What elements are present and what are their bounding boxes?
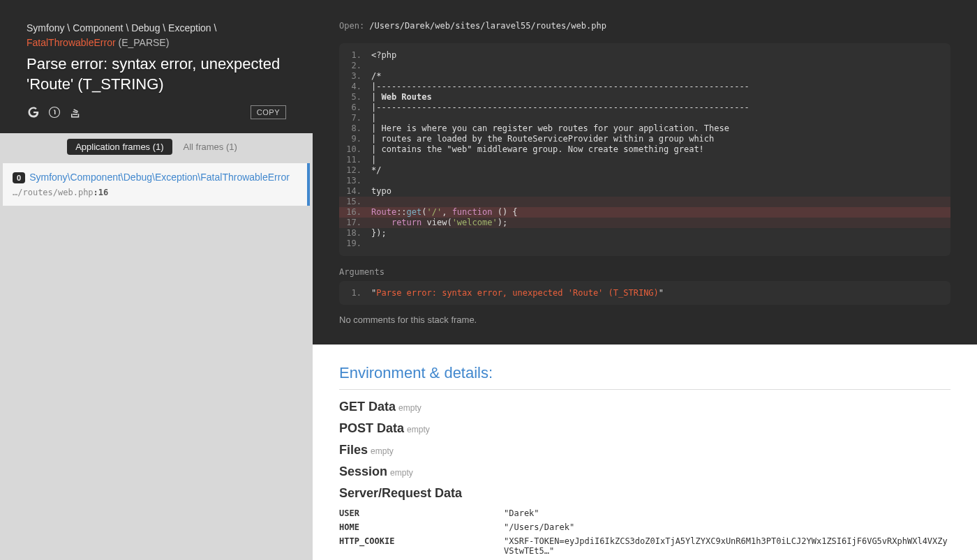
code-line: 19. — [339, 239, 950, 249]
kv-key: USER — [339, 508, 504, 518]
open-label: Open: — [339, 21, 364, 31]
code-content — [367, 176, 950, 186]
code-content: return view('welcome'); — [367, 218, 950, 228]
tab-application-frames[interactable]: Application frames (1) — [67, 139, 172, 155]
stack-frame[interactable]: 0Symfony\Component\Debug\Exception\Fatal… — [3, 163, 310, 206]
kv-row: HTTP_COOKIE"XSRF-TOKEN=eyJpdiI6IkZCS3doZ… — [339, 534, 950, 558]
line-number: 6. — [339, 103, 367, 113]
line-number: 17. — [339, 218, 367, 228]
google-icon[interactable] — [27, 105, 40, 119]
detail-group: Server/Request DataUSER"Darek"HOME"/User… — [339, 486, 950, 560]
code-content: typo — [367, 186, 950, 197]
line-number: 1. — [339, 50, 367, 61]
line-number: 3. — [339, 71, 367, 82]
code-line: 12.*/ — [339, 165, 950, 176]
code-line: 9.| routes are loaded by the RouteServic… — [339, 134, 950, 144]
code-content: Route::get('/', function () { — [367, 207, 950, 218]
arguments-block: 1."Parse error: syntax error, unexpected… — [339, 281, 950, 305]
duckduckgo-icon[interactable] — [47, 105, 61, 119]
empty-tag: empty — [398, 403, 422, 413]
line-number: 4. — [339, 82, 367, 92]
exception-header: Symfony \ Component \ Debug \ Exception … — [0, 0, 313, 133]
detail-group: POST Dataempty — [339, 421, 950, 436]
line-number: 9. — [339, 134, 367, 144]
kv-key: HTTP_COOKIE — [339, 536, 504, 556]
open-file-line: Open: /Users/Darek/web/sites/laravel55/r… — [313, 0, 977, 38]
frame-tabs: Application frames (1) All frames (1) — [0, 133, 313, 160]
code-line: 1.<?php — [339, 50, 950, 61]
line-number: 18. — [339, 228, 367, 239]
line-number: 5. — [339, 92, 367, 103]
code-line: 5.| Web Routes — [339, 92, 950, 103]
frame-index-badge: 0 — [13, 172, 25, 183]
kv-row: USER"Darek" — [339, 506, 950, 520]
code-line: 4.|-------------------------------------… — [339, 82, 950, 92]
sidebar: Symfony \ Component \ Debug \ Exception … — [0, 0, 313, 560]
code-content: /* — [367, 71, 950, 82]
line-number: 16. — [339, 207, 367, 218]
tab-all-frames[interactable]: All frames (1) — [175, 139, 246, 155]
detail-group: GET Dataempty — [339, 400, 950, 414]
frame-class: Symfony\Component\Debug\Exception\FatalT… — [29, 172, 290, 183]
detail-group-title: Server/Request Data — [339, 486, 462, 500]
code-content: |---------------------------------------… — [367, 103, 950, 113]
code-line: 2. — [339, 61, 950, 71]
code-line: 7.| — [339, 113, 950, 123]
code-line: 16.Route::get('/', function () { — [339, 207, 950, 218]
empty-tag: empty — [371, 446, 394, 456]
kv-value: "/Users/Darek" — [504, 522, 574, 532]
code-content: | Web Routes — [367, 92, 950, 103]
line-number: 15. — [339, 197, 367, 207]
frames-list: 0Symfony\Component\Debug\Exception\Fatal… — [0, 160, 313, 206]
code-block: 1.<?php2.3./*4.|------------------------… — [339, 43, 950, 256]
kv-table: USER"Darek"HOME"/Users/Darek"HTTP_COOKIE… — [339, 506, 950, 560]
exception-code: (E_PARSE) — [119, 37, 170, 48]
details-title: Environment & details: — [339, 364, 950, 382]
code-line: 10.| contains the "web" middleware group… — [339, 144, 950, 155]
argument-line: 1."Parse error: syntax error, unexpected… — [339, 288, 950, 298]
kv-value: "XSRF-TOKEN=eyJpdiI6IkZCS3doZ0IxTjA5YlZY… — [504, 536, 950, 556]
code-content: | contains the "web" middleware group. N… — [367, 144, 950, 155]
copy-button[interactable]: COPY — [251, 105, 286, 119]
code-content: */ — [367, 165, 950, 176]
line-number: 11. — [339, 155, 367, 165]
code-line: 13. — [339, 176, 950, 186]
kv-key: HOME — [339, 522, 504, 532]
detail-group-title: GET Data — [339, 400, 396, 414]
kv-value: "Darek" — [504, 508, 539, 518]
breadcrumb: Symfony \ Component \ Debug \ Exception … — [27, 21, 286, 50]
line-number: 12. — [339, 165, 367, 176]
line-number: 14. — [339, 186, 367, 197]
code-content — [367, 239, 950, 249]
empty-tag: empty — [407, 425, 430, 434]
code-content: | — [367, 113, 950, 123]
code-line: 6.|-------------------------------------… — [339, 103, 950, 113]
code-line: 3./* — [339, 71, 950, 82]
code-content: | Here is where you can register web rou… — [367, 123, 950, 134]
frame-file: …/routes/web.php:16 — [13, 188, 297, 197]
open-path: /Users/Darek/web/sites/laravel55/routes/… — [369, 21, 606, 31]
code-content — [367, 197, 950, 207]
code-line: 18.}); — [339, 228, 950, 239]
arguments-label: Arguments — [313, 256, 977, 281]
exception-class: FatalThrowableError — [27, 37, 116, 48]
code-line: 17. return view('welcome'); — [339, 218, 950, 228]
detail-group-title: POST Data — [339, 421, 404, 435]
line-number: 2. — [339, 61, 367, 71]
line-number: 13. — [339, 176, 367, 186]
divider — [339, 389, 950, 390]
code-content: | — [367, 155, 950, 165]
detail-group-title: Session — [339, 464, 387, 478]
code-line: 15. — [339, 197, 950, 207]
code-content: | routes are loaded by the RouteServiceP… — [367, 134, 950, 144]
no-comments-text: No comments for this stack frame. — [313, 305, 977, 345]
stackoverflow-icon[interactable] — [68, 105, 82, 119]
help-icons-row: COPY — [27, 105, 286, 119]
details-section: Environment & details: GET DataemptyPOST… — [313, 345, 977, 560]
breadcrumb-path: Symfony \ Component \ Debug \ Exception … — [27, 22, 216, 33]
code-line: 8.| Here is where you can register web r… — [339, 123, 950, 134]
detail-group-title: Files — [339, 443, 368, 457]
code-content: <?php — [367, 50, 950, 61]
line-number: 8. — [339, 123, 367, 134]
line-number: 19. — [339, 239, 367, 249]
